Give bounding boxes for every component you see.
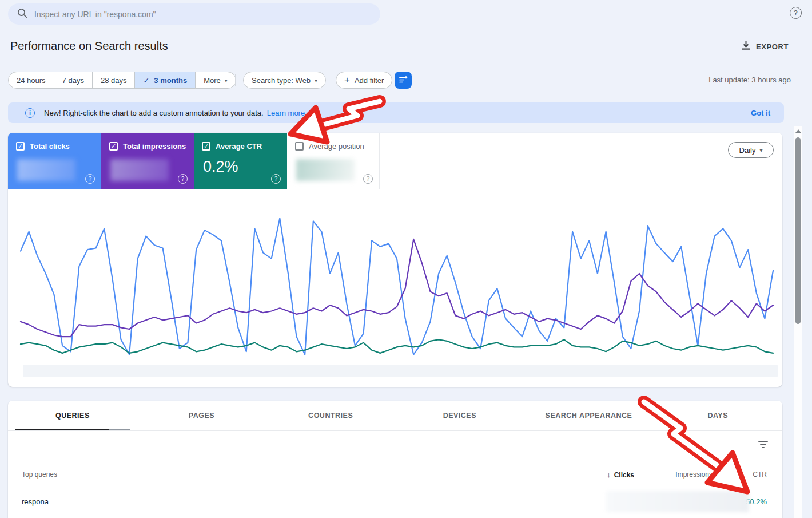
metric-card-total-clicks[interactable]: ✓ Total clicks ? <box>8 133 101 189</box>
tab-pages[interactable]: PAGES <box>137 401 266 430</box>
redacted-clicks-value <box>17 159 75 181</box>
help-icon[interactable]: ? <box>85 174 95 184</box>
chip-3-months-selected[interactable]: ✓ 3 months <box>134 72 196 89</box>
checkbox-total-clicks-checked[interactable]: ✓ <box>16 142 25 151</box>
info-icon: i <box>25 108 35 118</box>
average-ctr-value: 0.2% <box>203 158 238 176</box>
metric-card-average-position[interactable]: Average position ? <box>287 133 380 189</box>
chevron-down-icon: ▾ <box>225 77 228 84</box>
table-header-row: Top queries ↓Clicks Impressions CTR <box>8 461 782 488</box>
granularity-dropdown[interactable]: Daily ▾ <box>728 142 774 158</box>
filter-settings-button[interactable] <box>395 72 412 89</box>
tune-sparkle-icon <box>399 74 408 86</box>
checkbox-total-impressions-checked[interactable]: ✓ <box>109 142 118 151</box>
export-label: EXPORT <box>756 42 789 51</box>
url-inspect-input[interactable] <box>34 10 355 19</box>
scrollbar-thumb[interactable] <box>795 137 801 324</box>
help-icon[interactable]: ? <box>790 7 802 19</box>
tab-search-appearance[interactable]: SEARCH APPEARANCE <box>524 401 654 430</box>
metric-card-average-ctr[interactable]: ✓ Average CTR 0.2% ? <box>194 133 287 189</box>
plus-icon: + <box>344 74 350 86</box>
last-update-text: Last update: 3 hours ago <box>705 76 791 84</box>
search-type-dropdown[interactable]: Search type: Web ▾ <box>243 72 326 89</box>
page-title: Performance on Search results <box>10 39 168 53</box>
redacted-impressions-value <box>110 159 169 181</box>
redacted-date-axis <box>23 365 778 377</box>
redacted-position-value <box>296 159 355 181</box>
checkbox-average-ctr-checked[interactable]: ✓ <box>202 142 210 151</box>
column-impressions[interactable]: Impressions <box>634 470 713 479</box>
got-it-button[interactable]: Got it <box>751 109 770 117</box>
chip-24-hours[interactable]: 24 hours <box>8 72 54 89</box>
chip-group-separator <box>235 74 236 86</box>
column-ctr[interactable]: CTR <box>713 470 767 479</box>
banner-text: New! Right-click the chart to add a cust… <box>44 109 264 117</box>
redacted-clicks-impressions-cells <box>606 491 749 512</box>
header-divider <box>0 64 812 64</box>
sort-desc-icon: ↓ <box>607 470 611 479</box>
url-inspect-searchbar[interactable] <box>8 3 380 25</box>
chevron-down-icon: ▾ <box>759 147 762 153</box>
chip-more[interactable]: More ▾ <box>195 72 236 89</box>
tab-days[interactable]: DAYS <box>653 401 782 430</box>
chip-7-days[interactable]: 7 days <box>54 72 93 89</box>
learn-more-link[interactable]: Learn more <box>267 109 305 117</box>
table-row-respona[interactable]: respona 50.2% <box>8 488 782 515</box>
check-icon: ✓ <box>143 76 149 85</box>
column-clicks-sorted[interactable]: ↓Clicks <box>566 470 634 479</box>
tab-queries[interactable]: QUERIES <box>8 401 137 430</box>
tab-devices[interactable]: DEVICES <box>395 401 524 430</box>
help-icon[interactable]: ? <box>178 174 188 184</box>
checkbox-average-position-unchecked[interactable] <box>295 142 304 151</box>
metric-card-total-impressions[interactable]: ✓ Total impressions ? <box>101 133 194 189</box>
table-toolbar <box>8 431 782 461</box>
search-icon <box>17 8 27 21</box>
chip-28-days[interactable]: 28 days <box>92 72 136 89</box>
performance-line-chart[interactable] <box>16 196 778 365</box>
help-icon[interactable]: ? <box>363 174 373 184</box>
filter-list-icon[interactable] <box>758 441 768 450</box>
dimensions-table-card: QUERIES PAGES COUNTRIES DEVICES SEARCH A… <box>8 401 782 518</box>
annotation-banner: i New! Right-click the chart to add a cu… <box>8 102 784 123</box>
metric-cards: ✓ Total clicks ? ✓ Total impressions ? ✓… <box>8 133 380 189</box>
date-range-chips: 24 hours 7 days 28 days ✓ 3 months More … <box>8 72 236 89</box>
chevron-down-icon: ▾ <box>315 77 317 84</box>
export-button[interactable]: EXPORT <box>742 41 789 52</box>
scrollbar-up-arrow[interactable] <box>795 129 801 133</box>
help-icon[interactable]: ? <box>271 174 281 184</box>
dimension-tabs: QUERIES PAGES COUNTRIES DEVICES SEARCH A… <box>8 401 782 431</box>
column-top-queries: Top queries <box>8 470 566 479</box>
download-icon <box>742 41 750 52</box>
add-filter-button[interactable]: + Add filter <box>336 72 392 89</box>
tab-countries[interactable]: COUNTRIES <box>266 401 395 430</box>
